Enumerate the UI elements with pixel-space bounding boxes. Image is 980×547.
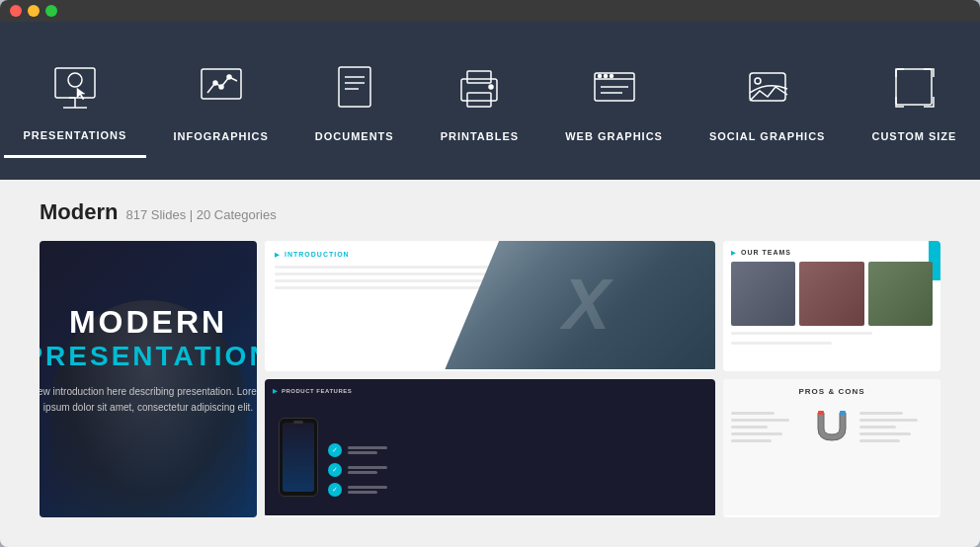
minimize-button[interactable]: [28, 5, 40, 17]
team-photos-row: [731, 262, 933, 326]
product-bullets: [328, 443, 387, 497]
pros-column: [731, 412, 804, 442]
cons-line-5: [859, 439, 900, 442]
documents-icon: [323, 55, 386, 118]
nav-label-presentations: PRESENTATIONS: [24, 129, 127, 141]
custom-size-icon: [882, 55, 945, 118]
pros-line-2: [731, 419, 789, 422]
cons-line-3: [859, 426, 896, 429]
pros-line-1: [731, 412, 775, 415]
center-title2: PRESENTATION: [40, 341, 257, 372]
maximize-button[interactable]: [45, 5, 57, 17]
nav-label-web-graphics: WEB GRAPHICS: [565, 130, 663, 142]
nav-label-custom-size: CUSTOM SIZE: [871, 130, 956, 142]
bullet-line-2a: [348, 466, 387, 469]
modern-subtitle: 817 Slides | 20 Categories: [125, 207, 276, 222]
svg-point-25: [755, 78, 761, 84]
pros-cons-title: PROS & CONS: [731, 387, 933, 396]
modern-section-title: Modern 817 Slides | 20 Categories: [40, 199, 940, 225]
svg-rect-27: [818, 411, 824, 415]
nav-label-infographics: INFOGRAPHICS: [173, 130, 268, 142]
center-slide-text: MODERN PRESENTATION Few introduction her…: [40, 304, 257, 416]
pros-line-4: [731, 432, 782, 435]
cons-line-4: [859, 432, 911, 435]
svg-point-21: [610, 75, 612, 78]
app-window: PRESENTATIONS INFOGRAPHICS: [0, 0, 980, 547]
bullet-3: [328, 483, 387, 497]
bullet-2: [328, 463, 387, 477]
team-header-label: OUR TEAMS: [731, 249, 933, 256]
bullet-line-1b: [348, 451, 377, 454]
nav-item-custom-size[interactable]: CUSTOM SIZE: [852, 55, 976, 156]
nav-label-documents: DOCUMENTS: [315, 130, 394, 142]
slides-grid: INTRODUCTION X: [40, 241, 940, 517]
bullet-text-2: [348, 466, 387, 474]
text-line-4: [275, 286, 490, 289]
bullet-1: [328, 443, 387, 457]
team-photo-2: [799, 262, 863, 326]
phone-notch: [293, 421, 303, 424]
close-button[interactable]: [10, 5, 22, 17]
nav-item-infographics[interactable]: INFOGRAPHICS: [153, 55, 287, 156]
slide-center-main[interactable]: MODERN PRESENTATION Few introduction her…: [40, 241, 257, 517]
modern-section: Modern 817 Slides | 20 Categories INTROD…: [0, 180, 980, 547]
team-line-2: [731, 342, 832, 345]
center-title1: MODERN: [40, 304, 257, 341]
svg-rect-15: [467, 93, 491, 107]
modern-title-name: Modern: [40, 199, 118, 225]
x-letter-overlay: X: [462, 246, 710, 361]
bullet-line-3a: [348, 486, 387, 489]
svg-rect-14: [467, 71, 491, 83]
svg-rect-5: [202, 69, 241, 99]
cons-line-1: [859, 412, 903, 415]
nav-item-presentations[interactable]: PRESENTATIONS: [4, 54, 147, 158]
nav-item-social-graphics[interactable]: SOCIAL GRAPHICS: [690, 55, 845, 156]
intro-slide-preview: INTRODUCTION X: [265, 241, 715, 369]
svg-rect-26: [896, 69, 932, 105]
svg-point-6: [213, 81, 217, 85]
slide-introduction[interactable]: INTRODUCTION X: [265, 241, 715, 371]
svg-point-20: [604, 75, 607, 78]
svg-point-3: [68, 73, 82, 87]
nav-bar: PRESENTATIONS INFOGRAPHICS: [0, 22, 980, 180]
presentation-icon: [43, 54, 107, 117]
nav-item-web-graphics[interactable]: WEB GRAPHICS: [545, 55, 683, 156]
center-slide-preview: MODERN PRESENTATION Few introduction her…: [40, 241, 257, 517]
bullet-dot-1: [328, 443, 342, 457]
infographics-icon: [190, 55, 253, 118]
nav-item-documents[interactable]: DOCUMENTS: [295, 55, 414, 156]
web-graphics-icon: [583, 55, 646, 118]
phone-screen: [283, 423, 314, 492]
title-bar: [0, 0, 980, 22]
team-slide-preview: OUR TEAMS: [723, 241, 940, 369]
svg-point-8: [227, 75, 231, 79]
nav-label-social-graphics: SOCIAL GRAPHICS: [709, 130, 825, 142]
printables-icon: [448, 55, 511, 118]
slide-team[interactable]: OUR TEAMS: [723, 241, 940, 371]
center-body: Few introduction here describing present…: [40, 384, 257, 416]
bullet-line-1a: [348, 446, 387, 449]
svg-point-19: [598, 75, 601, 78]
cons-column: [859, 412, 933, 442]
svg-point-7: [219, 85, 223, 89]
magnet-icon: [812, 402, 852, 451]
svg-rect-28: [840, 411, 846, 415]
pros-cons-body: [731, 402, 933, 451]
bullet-dot-2: [328, 463, 342, 477]
bullet-text-3: [348, 486, 387, 494]
bullet-line-3b: [348, 491, 377, 494]
team-lines: [731, 332, 933, 349]
nav-item-printables[interactable]: PRINTABLES: [421, 55, 538, 156]
team-photo-1: [731, 262, 795, 326]
slide-pros-cons[interactable]: PROS & CONS: [723, 379, 940, 517]
pros-cons-preview: PROS & CONS: [723, 379, 940, 515]
phone-mockup: [279, 418, 318, 497]
team-photo-3: [868, 262, 933, 326]
bullet-dot-3: [328, 483, 342, 497]
slide-product-features[interactable]: ▶ PRODUCT FEATURES: [265, 379, 715, 517]
social-graphics-icon: [736, 55, 799, 118]
main-content: Modern 817 Slides | 20 Categories INTROD…: [0, 180, 980, 547]
text-line-2: [275, 273, 490, 275]
product-label: PRODUCT FEATURES: [282, 388, 352, 394]
svg-rect-9: [339, 67, 370, 107]
